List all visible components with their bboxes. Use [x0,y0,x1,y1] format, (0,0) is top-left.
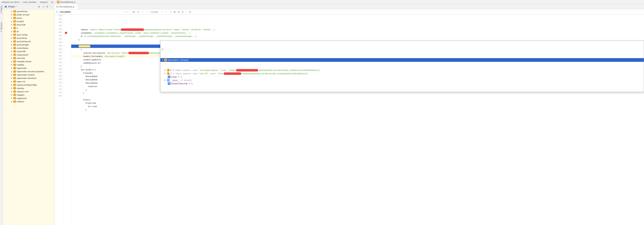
debug-stableid-row[interactable]: 01 [[StableObjectId]] = 6 [160,82,644,85]
expand-icon[interactable]: ▶ [11,74,12,76]
nav-back-icon[interactable]: ← [164,48,167,51]
add-selection-icon[interactable]: ⊞ [173,10,176,14]
expand-icon[interactable]: ▶ [164,79,166,82]
match-case-toggle[interactable]: Aa [132,10,136,14]
line-number[interactable]: 302 [54,55,62,58]
regex-toggle[interactable]: .* [141,10,144,14]
prev-match-icon[interactable]: ↑ [161,10,164,14]
line-number[interactable]: 297 [54,38,62,41]
project-label[interactable]: Project [8,6,15,8]
line-number[interactable]: 293 [54,25,62,28]
tree-folder[interactable]: ▶readable-stream [3,60,54,63]
code-line[interactable]: fs fs: CachedInputFileSystem {fileSystem… [71,35,644,38]
expand-icon[interactable]: ▶ [11,84,12,86]
tree-folder[interactable]: ▶regexpp [3,87,54,90]
hide-icon[interactable]: — [50,5,53,8]
gutter-marks[interactable] [64,15,71,225]
line-number[interactable]: 305 [54,65,62,68]
structure-tab[interactable]: 2: Structure [0,22,2,33]
tree-folder[interactable]: ▶readdirp [3,63,54,67]
expand-icon[interactable]: ▶ [11,81,12,82]
tree-folder[interactable]: ▶public-encrypt [3,13,54,16]
line-number[interactable]: 294 [54,28,62,31]
line-number[interactable]: 300 [54,48,62,51]
expand-icon[interactable]: ▶ [11,31,12,32]
debug-length-row[interactable]: 01 length = 2 [160,75,644,79]
line-number[interactable]: 313 [54,91,62,95]
expand-icon[interactable]: ▶ [11,51,12,52]
breadcrumb-item[interactable]: webpack [40,1,48,3]
breakpoint-icon[interactable] [65,32,67,34]
line-number[interactable]: 309 [54,78,62,81]
tree-folder[interactable]: ▶regenerator-runtime [3,73,54,77]
debug-object-row[interactable]: ▶{} 0 = Object {options: , ident: "vue-l… [160,69,644,72]
debug-proto-row[interactable]: ▶≡ __proto__ = Array(0) [160,79,644,82]
tree-folder[interactable]: ▶range-parser [3,53,54,56]
collapse-icon[interactable]: ⇥ [42,5,45,8]
expand-icon[interactable]: ▶ [11,91,12,92]
find-input[interactable] [59,10,122,14]
tree-folder[interactable]: ▶qs [3,30,54,33]
nav-forward-icon[interactable]: → [168,48,170,51]
tree-folder[interactable]: ▶pump [3,16,54,20]
tree-folder[interactable]: ▶regexpu-core [3,90,54,93]
expand-icon[interactable]: ▶ [11,101,12,102]
code-line[interactable]: options, options: Object {context: "/Use… [71,28,644,31]
tree-folder[interactable]: ▶regjsgen [3,93,54,97]
tree-folder[interactable]: ▶relateurl [3,100,54,103]
expand-icon[interactable]: ▶ [11,61,12,62]
expand-icon[interactable]: ▶ [11,11,12,12]
breadcrumb-item[interactable]: webpack-vue-demo [2,1,19,3]
line-number[interactable]: 291 [54,18,62,21]
project-tree[interactable]: ▶pseudomap▶public-encrypt▶pump▶pumpify▶p… [3,9,54,225]
tree-folder[interactable]: ▶regenerate-unicode-properties [3,70,54,73]
line-number[interactable]: 301 [54,51,62,55]
expand-icon[interactable]: ▶ [11,24,12,26]
expand-icon[interactable]: ▶ [11,77,12,79]
locate-icon[interactable]: ⊕ [38,5,40,8]
expand-icon[interactable]: ▶ [11,17,12,19]
line-number[interactable]: 298 [54,41,62,45]
expand-icon[interactable]: ▶ [11,14,12,16]
expand-icon[interactable]: ▶ [11,47,12,49]
tree-folder[interactable]: ▶regex-not [3,80,54,83]
expand-icon[interactable]: ▶ [11,44,12,46]
history-icon[interactable]: ↩ [126,11,128,13]
line-number[interactable]: 312 [54,88,62,91]
code-line[interactable]: } [71,108,644,111]
expand-icon[interactable]: ▶ [11,97,12,99]
copy-icon[interactable]: ⧉ [162,48,163,51]
line-number[interactable]: 306 [54,68,62,71]
line-number[interactable]: 295 [54,31,62,35]
tree-folder[interactable]: ▶punycode [3,23,54,26]
tree-folder[interactable]: ▶raw-body [3,56,54,60]
expand-icon[interactable]: ▶ [11,34,12,36]
expand-icon[interactable]: ▶ [11,64,12,66]
code-area[interactable]: this.loaders ⧉ ← → ▼ [] this.loaders = A… [71,15,644,225]
expand-icon[interactable]: ▶ [11,21,12,22]
tree-folder[interactable]: ▶q [3,26,54,30]
expand-icon[interactable]: ▶ [11,37,12,39]
expand-icon[interactable]: ▶ [11,71,12,72]
words-toggle[interactable]: W [136,10,140,14]
line-number[interactable]: 307 [54,71,62,75]
breadcrumb-item[interactable]: node_modules [23,1,36,3]
expand-icon[interactable]: ▶ [164,69,166,72]
expand-icon[interactable]: ▶ [11,54,12,56]
expand-icon[interactable]: ▶ [11,41,12,42]
debug-object-row[interactable]: ▶{} 1 = Object {options: , ident: "ref--… [160,72,644,75]
tree-folder[interactable]: ▶randombytes [3,46,54,50]
expand-icon[interactable]: ▶ [11,94,12,96]
popup-title-row[interactable]: ▼ [] this.loaders = Array(2) [160,58,644,62]
expand-icon[interactable]: ▶ [11,57,12,59]
code-line[interactable]: compilation, compilation: Compilation {_… [71,31,644,35]
dropdown-icon[interactable]: ▼ [16,6,18,8]
tree-folder[interactable]: ▶regjsparser [3,97,54,100]
tree-folder[interactable]: ▶regenerator-transform [3,77,54,80]
tree-folder[interactable]: ▶query-string [3,33,54,36]
expand-icon[interactable]: ▶ [11,87,12,89]
gear-icon[interactable]: ⚙ [46,5,49,8]
expand-icon[interactable]: ▶ [11,67,12,69]
next-match-icon[interactable]: ↓ [165,10,168,14]
toggle-selection-icon[interactable]: ☑ [181,10,184,14]
